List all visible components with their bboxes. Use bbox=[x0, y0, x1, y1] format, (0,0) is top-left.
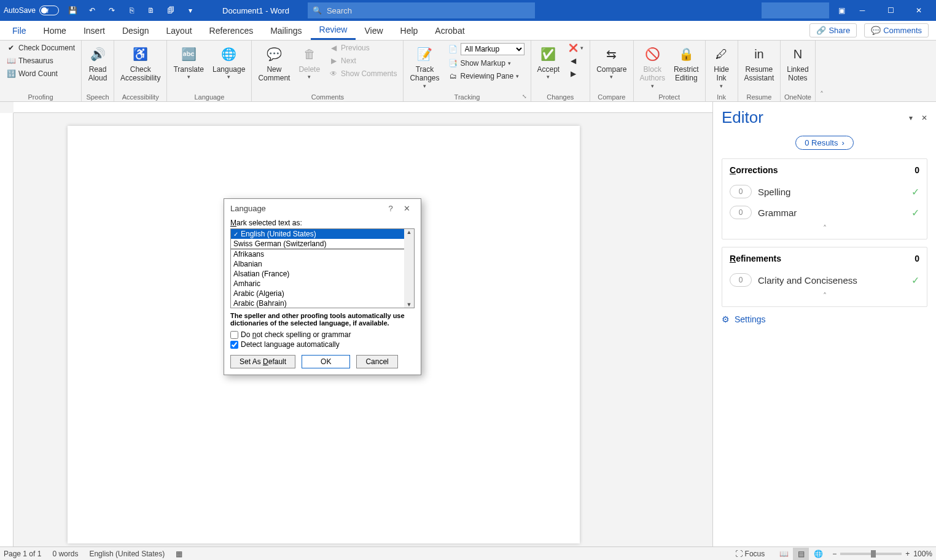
qat-icon[interactable]: 🗐 bbox=[163, 3, 178, 18]
list-item[interactable]: Afrikaans bbox=[231, 249, 404, 259]
next-comment-button[interactable]: ▶Next bbox=[325, 55, 400, 67]
results-button[interactable]: 0 Results› bbox=[795, 136, 854, 150]
pane-options-icon[interactable]: ▾ bbox=[909, 114, 913, 122]
markup-select[interactable]: 📄All Markup bbox=[445, 42, 528, 56]
spelling-row[interactable]: 0Spelling✓ bbox=[730, 181, 919, 202]
accept-button[interactable]: ✅Accept▾ bbox=[534, 42, 564, 83]
page-status[interactable]: Page 1 of 1 bbox=[4, 550, 41, 558]
list-item[interactable]: Albanian bbox=[231, 259, 404, 269]
collapse-icon[interactable]: ˄ bbox=[730, 292, 919, 300]
scroll-up-icon[interactable]: ▲ bbox=[407, 229, 412, 235]
ok-button[interactable]: OK bbox=[302, 355, 350, 368]
translate-button[interactable]: 🔤Translate▾ bbox=[170, 42, 208, 83]
minimize-icon[interactable]: ─ bbox=[849, 1, 876, 20]
focus-button[interactable]: ⛶ Focus bbox=[735, 550, 765, 558]
search-box[interactable]: 🔍 bbox=[308, 2, 535, 18]
scroll-down-icon[interactable]: ▼ bbox=[407, 301, 412, 308]
tab-layout[interactable]: Layout bbox=[158, 21, 201, 40]
show-comments-button[interactable]: 👁Show Comments bbox=[325, 68, 400, 80]
ribbon-display-icon[interactable]: ▣ bbox=[834, 3, 849, 18]
close-pane-icon[interactable]: ✕ bbox=[921, 114, 927, 122]
list-item[interactable]: Alsatian (France) bbox=[231, 269, 404, 279]
linked-notes-button[interactable]: NLinked Notes bbox=[783, 42, 812, 85]
close-icon[interactable]: ✕ bbox=[399, 204, 415, 213]
restrict-editing-button[interactable]: 🔒Restrict Editing bbox=[670, 42, 703, 85]
editor-settings-button[interactable]: ⚙Settings bbox=[722, 314, 927, 324]
tab-acrobat[interactable]: Acrobat bbox=[426, 21, 473, 40]
redo-icon[interactable]: ↷ bbox=[104, 3, 119, 18]
zoom-level[interactable]: 100% bbox=[913, 550, 932, 558]
compare-button[interactable]: ⇆Compare▾ bbox=[593, 42, 630, 83]
detect-checkbox[interactable]: Detect language automatically bbox=[230, 340, 415, 349]
word-count-button[interactable]: 🔢Word Count bbox=[2, 68, 79, 80]
group-label[interactable]: Tracking bbox=[406, 93, 528, 101]
zoom-in-icon[interactable]: + bbox=[905, 550, 910, 558]
reviewing-pane-button[interactable]: 🗂Reviewing Pane▾ bbox=[445, 70, 528, 82]
collapse-ribbon-icon[interactable]: ˄ bbox=[816, 90, 828, 101]
maximize-icon[interactable]: ☐ bbox=[877, 1, 904, 20]
word-count-status[interactable]: 0 words bbox=[52, 550, 78, 558]
next-change-button[interactable]: ▶ bbox=[564, 68, 587, 80]
zoom-out-icon[interactable]: − bbox=[832, 550, 837, 558]
share-button[interactable]: 🔗 Share bbox=[809, 23, 857, 37]
list-item[interactable]: Arabic (Algeria) bbox=[231, 289, 404, 298]
qat-icon[interactable]: ⎘ bbox=[124, 3, 139, 18]
prev-change-button[interactable]: ◀ bbox=[564, 55, 587, 67]
search-input[interactable] bbox=[327, 6, 530, 15]
autosave-toggle[interactable]: AutoSave Off bbox=[4, 6, 59, 15]
show-markup-button[interactable]: 📑Show Markup▾ bbox=[445, 57, 528, 69]
previous-comment-button[interactable]: ◀Previous bbox=[325, 42, 400, 54]
grammar-row[interactable]: 0Grammar✓ bbox=[730, 202, 919, 223]
print-layout-icon[interactable]: ▤ bbox=[793, 548, 809, 560]
vertical-ruler[interactable] bbox=[0, 113, 14, 546]
comments-button[interactable]: 💬 Comments bbox=[864, 23, 929, 37]
cancel-button[interactable]: Cancel bbox=[356, 355, 397, 368]
dialog-titlebar[interactable]: Language ? ✕ bbox=[224, 199, 421, 217]
tab-review[interactable]: Review bbox=[311, 21, 356, 40]
language-status[interactable]: English (United States) bbox=[89, 550, 165, 558]
delete-comment-button[interactable]: 🗑Delete▾ bbox=[295, 42, 324, 83]
tab-view[interactable]: View bbox=[356, 21, 391, 40]
tab-home[interactable]: Home bbox=[35, 21, 75, 40]
check-accessibility-button[interactable]: ♿Check Accessibility bbox=[117, 42, 164, 85]
track-changes-button[interactable]: 📝Track Changes▾ bbox=[406, 42, 443, 92]
language-button[interactable]: 🌐Language▾ bbox=[209, 42, 249, 83]
zoom-slider[interactable] bbox=[840, 553, 902, 555]
search-icon: 🔍 bbox=[313, 6, 322, 15]
tab-design[interactable]: Design bbox=[114, 21, 158, 40]
save-icon[interactable]: 💾 bbox=[65, 3, 80, 18]
help-icon[interactable]: ? bbox=[383, 204, 399, 213]
tab-file[interactable]: File bbox=[4, 21, 35, 40]
list-item[interactable]: English (United States) bbox=[231, 229, 404, 239]
no-check-checkbox[interactable]: Do not check spelling or grammar bbox=[230, 330, 415, 339]
list-item[interactable]: Arabic (Bahrain) bbox=[231, 298, 404, 308]
scrollbar[interactable]: ▲▼ bbox=[404, 229, 414, 308]
close-icon[interactable]: ✕ bbox=[905, 1, 932, 20]
resume-assistant-button[interactable]: inResume Assistant bbox=[741, 42, 778, 85]
tab-insert[interactable]: Insert bbox=[75, 21, 114, 40]
thesaurus-button[interactable]: 📖Thesaurus bbox=[2, 55, 79, 67]
read-aloud-button[interactable]: 🔊Read Aloud bbox=[84, 42, 111, 85]
hide-ink-button[interactable]: 🖊Hide Ink▾ bbox=[708, 42, 735, 92]
qat-icon[interactable]: 🗎 bbox=[144, 3, 158, 18]
macro-icon[interactable]: ▦ bbox=[176, 550, 182, 558]
undo-icon[interactable]: ↶ bbox=[85, 3, 99, 18]
tab-help[interactable]: Help bbox=[392, 21, 427, 40]
list-item[interactable]: Swiss German (Switzerland) bbox=[231, 239, 404, 249]
block-authors-button[interactable]: 🚫Block Authors▾ bbox=[636, 42, 669, 92]
reject-button[interactable]: ❌▾ bbox=[564, 42, 587, 54]
clarity-row[interactable]: 0Clarity and Conciseness✓ bbox=[730, 270, 919, 290]
customize-qat-icon[interactable]: ▾ bbox=[183, 3, 198, 18]
web-layout-icon[interactable]: 🌐 bbox=[810, 548, 826, 560]
check-document-button[interactable]: ✔Check Document bbox=[2, 42, 79, 54]
new-comment-button[interactable]: 💬New Comment bbox=[254, 42, 294, 85]
chevron-down-icon: ▾ bbox=[423, 83, 426, 90]
list-item[interactable]: Amharic bbox=[231, 279, 404, 289]
user-badge[interactable] bbox=[762, 2, 829, 18]
read-mode-icon[interactable]: 📖 bbox=[776, 548, 792, 560]
collapse-icon[interactable]: ˄ bbox=[730, 224, 919, 233]
set-default-button[interactable]: Set As Default bbox=[230, 355, 295, 368]
language-listbox[interactable]: English (United States) Swiss German (Sw… bbox=[230, 228, 415, 308]
tab-mailings[interactable]: Mailings bbox=[262, 21, 310, 40]
tab-references[interactable]: References bbox=[201, 21, 262, 40]
